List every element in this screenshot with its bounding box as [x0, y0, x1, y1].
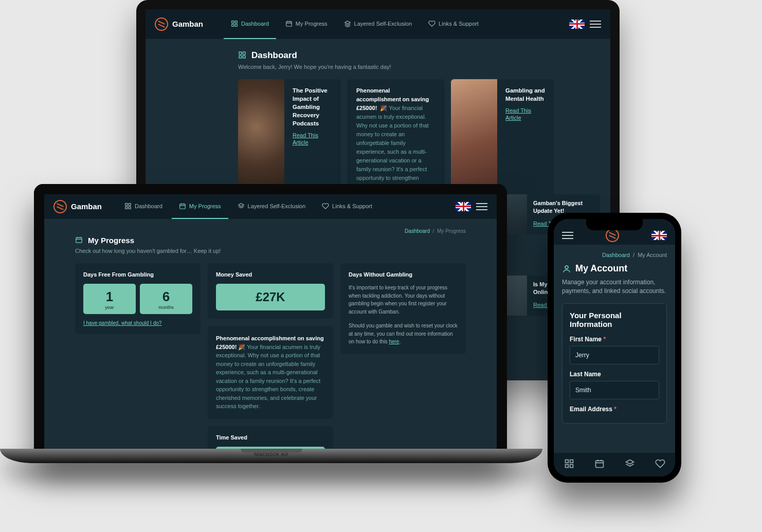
- menu-icon[interactable]: [590, 21, 601, 28]
- welcome-text: Welcome back, Jerry! We hope you're havi…: [238, 64, 595, 70]
- heart-icon: [322, 203, 329, 210]
- here-link[interactable]: here: [389, 339, 399, 344]
- nav-lse-label: Layered Self-Exclusion: [354, 21, 412, 27]
- brand[interactable]: Gamban: [53, 200, 102, 213]
- nav-dashboard[interactable]: Dashboard: [117, 194, 170, 219]
- money-saved-panel: Money Saved £27K: [208, 263, 333, 319]
- brand-name: Gamban: [71, 202, 102, 211]
- nav-dashboard-label: Dashboard: [241, 21, 269, 27]
- info-paragraph-2: Should you gamble and wish to reset your…: [349, 322, 458, 346]
- language-flag-uk[interactable]: [569, 20, 585, 29]
- phone-screen: Dashboard / My Account My Account Manage…: [554, 219, 675, 476]
- tile-unit: months: [140, 305, 192, 310]
- last-name-input[interactable]: [570, 381, 659, 399]
- svg-rect-19: [570, 465, 573, 468]
- col-2: Money Saved £27K Phenomenal accomplishme…: [208, 263, 333, 459]
- svg-rect-14: [76, 237, 82, 243]
- svg-rect-9: [125, 203, 128, 205]
- page-title: My Account: [575, 263, 627, 274]
- breadcrumb-root[interactable]: Dashboard: [405, 228, 430, 234]
- personal-info-panel: Your Personal Information First Name * L…: [562, 303, 667, 424]
- phone-body: Dashboard / My Account My Account Manage…: [554, 245, 675, 453]
- panel-heading: Days Free From Gambling: [83, 271, 192, 278]
- laptop-frame: Gamban Dashboard My Progress Layered Sel…: [34, 184, 507, 459]
- page-title: My Progress: [88, 236, 134, 245]
- laptop-screen: Gamban Dashboard My Progress Layered Sel…: [44, 194, 497, 459]
- calendar-icon: [75, 236, 83, 245]
- svg-rect-5: [239, 52, 242, 54]
- svg-rect-12: [129, 207, 131, 209]
- svg-rect-8: [243, 56, 245, 58]
- breadcrumb: Dashboard / My Account: [562, 252, 667, 258]
- money-saved-stat: £27K: [216, 284, 325, 310]
- main-nav: Dashboard My Progress Layered Self-Exclu…: [117, 194, 379, 219]
- panel-heading: Time Saved: [216, 434, 325, 441]
- brand-name: Gamban: [172, 20, 203, 28]
- svg-rect-10: [129, 203, 131, 205]
- phone-tabbar: [554, 453, 675, 476]
- nav-lse[interactable]: Layered Self-Exclusion: [230, 194, 313, 219]
- achievement-message: Phenomenal accomplishment on saving £250…: [208, 326, 333, 419]
- dashboard-icon: [231, 20, 238, 27]
- breadcrumb-current: My Progress: [437, 228, 466, 234]
- nav-progress[interactable]: My Progress: [278, 9, 335, 39]
- nav-links[interactable]: Links & Support: [421, 9, 486, 39]
- read-article-link[interactable]: Read This Article: [505, 107, 531, 121]
- nav-links-label: Links & Support: [439, 21, 479, 27]
- nav-progress[interactable]: My Progress: [172, 194, 228, 219]
- svg-rect-2: [232, 24, 234, 26]
- nav-dashboard-label: Dashboard: [135, 203, 162, 209]
- stat-value: £27K: [216, 290, 325, 304]
- tile-years: 1 year: [83, 284, 136, 314]
- svg-rect-7: [239, 56, 242, 58]
- brand[interactable]: Gamban: [155, 17, 203, 31]
- language-flag-uk[interactable]: [456, 202, 471, 211]
- tab-links-icon[interactable]: [655, 458, 665, 471]
- page-title: Dashboard: [251, 50, 297, 61]
- svg-rect-4: [286, 21, 292, 26]
- heart-icon: [428, 20, 436, 27]
- col-3: Days Without Gambling It's important to …: [340, 263, 466, 459]
- panel-heading: Money Saved: [216, 271, 325, 278]
- language-flag-uk[interactable]: [651, 231, 667, 240]
- page-header: My Progress: [75, 236, 466, 245]
- tab-lse-icon[interactable]: [625, 458, 635, 471]
- calendar-icon: [285, 20, 293, 27]
- first-name-label: First Name *: [570, 336, 659, 343]
- tile-unit: year: [83, 305, 136, 310]
- read-article-link[interactable]: Read This Article: [293, 132, 318, 145]
- panel-heading: Days Without Gambling: [349, 271, 458, 278]
- gambled-help-link[interactable]: I have gambled, what should I do?: [83, 320, 161, 326]
- page-subtitle: Check out how long you haven't gambled f…: [75, 248, 466, 254]
- brand-logo-icon[interactable]: [606, 229, 619, 242]
- panel-heading: Your Personal Information: [570, 311, 659, 328]
- progress-page: Dashboard / My Progress My Progress Chec…: [44, 219, 497, 459]
- nav-progress-label: My Progress: [296, 21, 328, 27]
- tile-months: 6 months: [140, 284, 192, 314]
- first-name-input[interactable]: [570, 346, 659, 364]
- svg-rect-18: [565, 465, 568, 468]
- days-tiles: 1 year 6 months: [83, 284, 192, 314]
- tab-dashboard-icon[interactable]: [564, 458, 574, 471]
- breadcrumb-current: My Account: [638, 252, 667, 258]
- dashboard-icon: [124, 203, 132, 210]
- main-nav: Dashboard My Progress Layered Self-Exclu…: [224, 9, 486, 39]
- progress-columns: Days Free From Gambling 1 year 6 months: [75, 263, 466, 459]
- nav-links-label: Links & Support: [332, 203, 372, 209]
- menu-icon[interactable]: [476, 203, 487, 210]
- svg-rect-1: [235, 21, 237, 23]
- menu-icon[interactable]: [562, 232, 573, 239]
- nav-links[interactable]: Links & Support: [315, 194, 379, 219]
- card-title: Gambling and Mental Health: [505, 86, 546, 103]
- breadcrumb-root[interactable]: Dashboard: [602, 252, 630, 258]
- svg-rect-0: [232, 21, 234, 23]
- phone-notch: [586, 219, 643, 230]
- tile-value: 1: [83, 289, 136, 305]
- email-label: Email Address *: [570, 406, 659, 413]
- nav-progress-label: My Progress: [189, 203, 221, 209]
- tab-progress-icon[interactable]: [594, 458, 605, 471]
- nav-lse[interactable]: Layered Self-Exclusion: [337, 9, 420, 39]
- brand-logo-icon: [53, 200, 67, 213]
- svg-rect-6: [243, 52, 245, 54]
- nav-dashboard[interactable]: Dashboard: [224, 9, 276, 39]
